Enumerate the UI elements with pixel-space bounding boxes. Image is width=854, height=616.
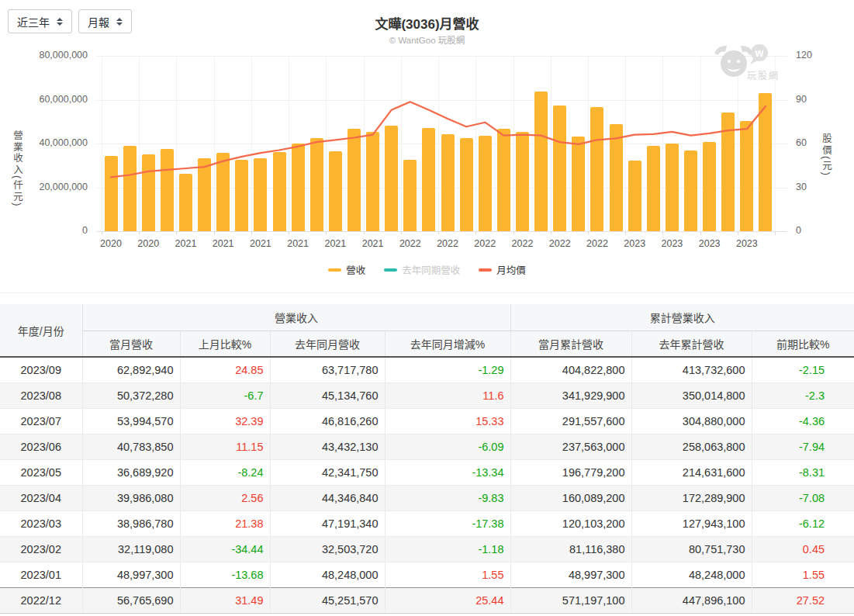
cell-percent: 24.85 xyxy=(180,357,270,383)
revenue-table: 年度/月份 營業收入 累計營業收入 當月營收 上月比較% 去年同月營收 去年同月… xyxy=(0,304,854,614)
x-axis-label: 2022 xyxy=(549,238,571,249)
cell-percent: 27.52 xyxy=(752,588,854,614)
monthly-revenue-chart: 文曄(3036)月營收 © WantGoo 玩股網 營業收入(仟元) 股價(元)… xyxy=(0,0,854,292)
cell-percent: -6.09 xyxy=(385,434,510,460)
legend-item-revenue[interactable]: 營收 xyxy=(328,262,365,277)
table-row: 2023/0850,372,280-6.745,134,76011.6341,9… xyxy=(0,383,854,409)
x-axis-tick xyxy=(251,231,252,235)
cell-month: 2023/06 xyxy=(0,434,82,460)
x-axis-label: 2021 xyxy=(324,238,346,249)
cell-percent: -8.31 xyxy=(752,460,854,486)
x-axis-label: 2023 xyxy=(662,238,683,249)
cell-amount: 40,783,850 xyxy=(82,434,180,460)
cell-percent: 32.39 xyxy=(180,409,270,434)
table-row: 2023/0338,986,78021.3847,191,340-17.3812… xyxy=(0,511,854,537)
x-axis-label: 2023 xyxy=(736,238,758,249)
cell-amount: 404,822,800 xyxy=(510,357,631,383)
cell-amount: 62,892,940 xyxy=(82,357,180,383)
cell-amount: 48,248,000 xyxy=(270,562,385,588)
cell-percent: 2.56 xyxy=(180,486,270,511)
cell-percent: 31.49 xyxy=(180,588,270,614)
legend-label: 營收 xyxy=(346,262,365,277)
cell-percent: 21.38 xyxy=(180,511,270,537)
cell-amount: 214,631,600 xyxy=(631,460,752,486)
cell-amount: 196,779,200 xyxy=(510,460,631,486)
group-header-revenue: 營業收入 xyxy=(82,304,510,331)
x-axis-label: 2021 xyxy=(250,238,271,249)
x-axis-label: 2023 xyxy=(699,238,721,249)
cell-amount: 80,751,730 xyxy=(631,537,752,562)
cell-amount: 571,197,100 xyxy=(510,588,631,614)
x-axis-tick xyxy=(364,231,365,235)
x-axis-tick xyxy=(625,231,626,235)
column-header-last-year-same-month: 去年同月營收 xyxy=(270,331,385,358)
cell-percent: -1.29 xyxy=(385,357,510,383)
y-axis-title-right: 股價(元) xyxy=(819,133,834,177)
cell-amount: 48,248,000 xyxy=(631,562,752,588)
y-axis-tick-left: 80,000,000 xyxy=(0,50,88,61)
x-axis-label: 2022 xyxy=(399,238,421,249)
cell-amount: 48,997,300 xyxy=(510,562,631,588)
cell-amount: 291,557,600 xyxy=(510,409,631,434)
legend-item-last-year-revenue[interactable]: 去年同期營收 xyxy=(384,262,460,277)
cell-amount: 45,134,760 xyxy=(270,383,385,409)
x-axis-tick xyxy=(513,231,514,235)
x-axis-label: 2022 xyxy=(474,238,496,249)
cell-amount: 127,943,100 xyxy=(631,511,752,537)
x-axis-label: 2021 xyxy=(287,238,309,249)
cell-percent: -6.12 xyxy=(752,511,854,537)
cell-amount: 32,503,720 xyxy=(270,537,385,562)
cell-amount: 43,432,130 xyxy=(270,434,385,460)
cell-month: 2023/09 xyxy=(0,357,82,383)
cell-amount: 341,929,900 xyxy=(510,383,631,409)
x-axis-label: 2023 xyxy=(624,238,645,249)
column-header-cumulative-revenue: 當月累計營收 xyxy=(510,331,631,358)
cell-percent: 15.33 xyxy=(385,409,510,434)
wantgoo-watermark: w 玩股網 xyxy=(710,43,803,83)
x-axis-tick xyxy=(662,231,663,235)
cell-month: 2023/02 xyxy=(0,537,82,562)
cell-percent: -17.38 xyxy=(385,511,510,537)
cell-percent: 1.55 xyxy=(752,562,854,588)
y-axis-tick-right: 60 xyxy=(796,137,807,148)
page-title: 文曄(3036)月營收 xyxy=(0,13,854,33)
cell-percent: -2.15 xyxy=(752,357,854,383)
svg-text:w: w xyxy=(755,47,764,59)
x-axis-label: 2021 xyxy=(362,238,384,249)
cell-amount: 81,116,380 xyxy=(510,537,631,562)
cell-percent: -6.7 xyxy=(180,383,270,409)
cell-percent: -13.34 xyxy=(385,460,510,486)
column-header-month: 年度/月份 xyxy=(0,304,82,357)
y-axis-tick-right: 120 xyxy=(796,50,812,61)
x-axis-label: 2022 xyxy=(512,238,534,249)
cell-percent: 0.45 xyxy=(752,537,854,562)
table-row: 2023/0232,119,080-34.4432,503,720-1.1881… xyxy=(0,537,854,562)
cell-amount: 304,880,000 xyxy=(631,409,752,434)
legend-item-avg-price[interactable]: 月均價 xyxy=(479,262,526,277)
cell-amount: 46,816,260 xyxy=(270,409,385,434)
x-axis-tick xyxy=(214,231,215,235)
x-axis-tick xyxy=(700,231,701,235)
cell-percent: -1.18 xyxy=(385,537,510,562)
y-axis-tick-right: 90 xyxy=(796,94,807,105)
x-axis-tick xyxy=(775,231,776,235)
x-axis-tick xyxy=(588,231,589,235)
cell-amount: 32,119,080 xyxy=(82,537,180,562)
column-header-mom-percent: 上月比較% xyxy=(180,331,270,358)
y-axis-tick-left: 0 xyxy=(0,225,88,236)
column-header-yoy-percent: 去年同月增減% xyxy=(385,331,510,358)
legend-label: 去年同期營收 xyxy=(402,262,460,277)
legend-label: 月均價 xyxy=(496,262,526,277)
cell-percent: 11.15 xyxy=(180,434,270,460)
cell-amount: 350,014,800 xyxy=(631,383,752,409)
x-axis-tick xyxy=(102,231,102,235)
table-row: 2023/0640,783,85011.1543,432,130-6.09237… xyxy=(0,434,854,460)
x-axis-tick xyxy=(326,231,327,235)
watermark-text: 玩股網 xyxy=(747,68,780,81)
cell-amount: 447,896,100 xyxy=(631,588,752,614)
legend-swatch-icon xyxy=(328,268,341,272)
x-axis-tick xyxy=(475,231,476,235)
legend-swatch-icon xyxy=(479,268,492,272)
chart-legend: 營收去年同期營收月均價 xyxy=(0,262,854,277)
cell-amount: 39,986,080 xyxy=(82,486,180,511)
